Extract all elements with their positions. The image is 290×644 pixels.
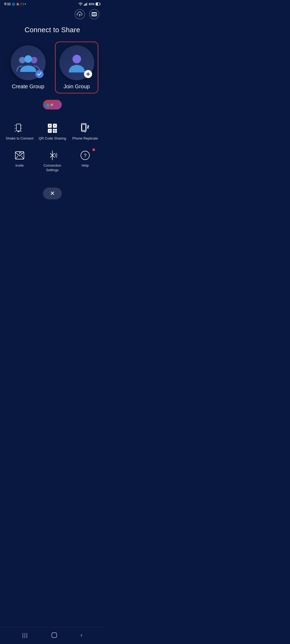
help-item[interactable]: ? Help: [69, 145, 102, 177]
phone-replicate-label: Phone Replicate: [72, 136, 98, 141]
close-icon: ✕: [50, 190, 55, 197]
join-group-label: Join Group: [64, 83, 90, 90]
battery-icon: [96, 2, 100, 6]
join-group-circle: [59, 45, 94, 80]
svg-rect-19: [16, 124, 21, 131]
shake-to-connect-label: Shake to Connect: [6, 136, 33, 141]
svg-rect-31: [54, 125, 56, 126]
status-right: 41%: [78, 2, 100, 6]
signal-bars-icon: [84, 2, 88, 6]
create-group-circle: [11, 45, 46, 80]
svg-rect-34: [82, 125, 86, 130]
group-cards-container: Create Group Join Group: [0, 42, 105, 93]
create-group-label: Create Group: [12, 83, 44, 90]
qr-icon: [46, 122, 58, 134]
help-icon: ?: [79, 149, 91, 161]
qr-code-sharing-label: QR Code Sharing: [39, 136, 66, 141]
shake-icon: [14, 122, 26, 134]
invite-item[interactable]: Invite: [3, 145, 36, 177]
mute-icon: 🔇: [16, 3, 19, 6]
svg-text:?: ?: [84, 153, 86, 158]
join-group-card[interactable]: Join Group: [55, 42, 98, 93]
invite-icon: [14, 149, 26, 161]
qr-code-sharing-item[interactable]: QR Code Sharing: [36, 118, 69, 145]
menu-button[interactable]: [89, 9, 99, 19]
signal-icon: 🌐: [12, 3, 15, 6]
svg-point-16: [73, 55, 81, 63]
create-group-badge: [35, 70, 44, 78]
close-button-row: ✕: [0, 188, 105, 199]
status-bar: 5:11 🌐 🔇 📳 • 41%: [0, 0, 105, 7]
svg-rect-7: [96, 3, 98, 5]
dot-indicator: •: [25, 2, 26, 6]
top-actions: [0, 7, 105, 21]
svg-point-0: [80, 5, 81, 6]
svg-line-37: [21, 156, 24, 159]
bluetooth-icon: [46, 149, 58, 161]
svg-rect-27: [55, 129, 57, 130]
svg-line-36: [15, 156, 18, 159]
connection-settings-item[interactable]: Connection Settings: [36, 145, 69, 177]
svg-point-14: [31, 57, 37, 63]
svg-rect-1: [84, 5, 85, 6]
invite-label: Invite: [15, 163, 24, 168]
close-button[interactable]: ✕: [43, 188, 62, 199]
vibrate-icon: 📳: [20, 3, 24, 6]
feature-grid: Shake to Connect QR Code Sharing: [0, 118, 105, 177]
wifi-icon: [78, 2, 83, 6]
phone-replicate-item[interactable]: Phone Replicate: [69, 118, 102, 145]
shake-to-connect-item[interactable]: Shake to Connect: [3, 118, 36, 145]
time-display: 5:11: [4, 2, 11, 6]
battery-display: 41%: [89, 2, 95, 6]
svg-point-13: [19, 57, 26, 63]
svg-point-15: [24, 55, 32, 63]
phone-replicate-icon: [79, 122, 91, 134]
svg-rect-3: [86, 3, 87, 6]
toggle-arrows-icon: ⇄: [50, 103, 53, 107]
help-label: Help: [82, 163, 89, 168]
connection-settings-label: Connection Settings: [38, 163, 67, 173]
svg-rect-4: [87, 2, 88, 6]
create-group-card[interactable]: Create Group: [6, 42, 50, 93]
cloud-upload-button[interactable]: [75, 9, 85, 19]
svg-rect-6: [100, 3, 100, 5]
svg-rect-29: [55, 131, 57, 133]
page-title: Connect to Share: [0, 26, 105, 34]
toggle-row: 👥 ⇄: [0, 100, 105, 109]
join-group-badge: [84, 70, 92, 78]
svg-rect-26: [53, 129, 55, 130]
status-left: 5:11 🌐 🔇 📳 •: [4, 2, 26, 6]
share-toggle[interactable]: 👥 ⇄: [43, 100, 62, 109]
toggle-people-icon: 👥: [44, 102, 49, 107]
help-notification-dot: [92, 148, 95, 151]
svg-rect-2: [85, 4, 86, 6]
svg-rect-30: [49, 125, 50, 126]
svg-rect-32: [49, 130, 50, 131]
svg-rect-28: [53, 131, 55, 133]
